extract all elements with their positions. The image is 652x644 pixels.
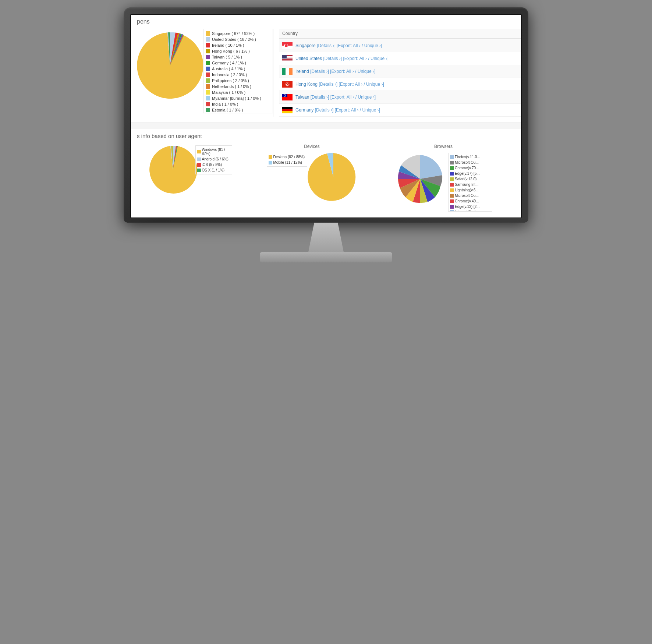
os-panel: Windows (81 / 87%)Android (6 / 6%)iOS (5… <box>131 144 252 212</box>
legend-item: Australia ( 4 / 1% ) <box>204 66 272 72</box>
legend-color-swatch <box>206 61 210 65</box>
legend-label: Malaysia ( 1 / 0% ) <box>212 90 245 95</box>
devices-pie-chart <box>309 151 357 203</box>
monitor-stand-base <box>260 252 392 262</box>
country-area: Singapore ( 674 / 92% )United States ( 1… <box>131 29 521 123</box>
os-legend-swatch <box>197 150 201 153</box>
country-flag <box>282 68 293 75</box>
svg-rect-24 <box>282 111 293 113</box>
legend-item: Estonia ( 1 / 0% ) <box>204 107 272 113</box>
browsers-legend-item: Firefox(v.11.0... <box>450 154 491 160</box>
country-table-header: Country <box>279 29 521 39</box>
legend-color-swatch <box>206 55 210 59</box>
browsers-pie-area: Firefox(v.11.0...Microsoft Ou...Chrome(v… <box>394 151 492 212</box>
country-name-link[interactable]: Taiwan [Details ›] [Export: All › / Uniq… <box>295 95 376 100</box>
legend-label: Philippines ( 2 / 0% ) <box>212 78 249 83</box>
devices-legend-item: Mobile (11 / 12%) <box>268 160 306 165</box>
browsers-legend-item: Samsung Int... <box>450 182 491 187</box>
country-table-row: Taiwan [Details ›] [Export: All › / Uniq… <box>279 91 521 104</box>
browsers-legend-swatch <box>450 177 454 181</box>
country-name-link[interactable]: Germany [Details ›] [Export: All › / Uni… <box>295 107 380 113</box>
country-name-link[interactable]: Ireland [Details ›] [Export: All › / Uni… <box>295 69 375 74</box>
legend-color-swatch <box>206 84 210 89</box>
legend-item: Singapore ( 674 / 92% ) <box>204 31 272 36</box>
legend-color-swatch <box>206 72 210 77</box>
legend-color-swatch <box>206 49 210 53</box>
legend-item: Malaysia ( 1 / 0% ) <box>204 89 272 95</box>
browsers-legend-item: Safari(v.12.0)... <box>450 176 491 182</box>
svg-rect-10 <box>282 61 293 62</box>
legend-color-swatch <box>206 108 210 112</box>
screen-content: pens <box>131 15 521 217</box>
os-legend[interactable]: Windows (81 / 87%)Android (6 / 6%)iOS (5… <box>195 145 232 174</box>
devices-legend-label: Desktop (82 / 88%) <box>273 155 305 159</box>
country-table-row: Singapore [Details ›] [Export: All › / U… <box>279 39 521 52</box>
legend-label: Estonia ( 1 / 0% ) <box>212 108 243 112</box>
charts-row: Windows (81 / 87%)Android (6 / 6%)iOS (5… <box>131 141 521 217</box>
browsers-legend-item: Internet Expl... <box>450 209 491 212</box>
country-flag <box>282 94 293 100</box>
legend-label: United States ( 18 / 2% ) <box>212 37 256 42</box>
devices-legend[interactable]: Desktop (82 / 88%)Mobile (11 / 12%) <box>267 153 307 167</box>
legend-item: Netherlands ( 1 / 0% ) <box>204 84 272 89</box>
browsers-legend-swatch <box>450 199 454 203</box>
country-name-link[interactable]: United States [Details ›] [Export: All ›… <box>295 56 389 61</box>
browsers-legend-swatch <box>450 183 454 187</box>
monitor-wrapper: pens <box>124 7 528 262</box>
legend-item: India ( 1 / 0% ) <box>204 101 272 107</box>
browsers-legend-swatch <box>450 210 454 212</box>
country-table: Country Singapore [Details ›] [Export: A… <box>273 29 521 117</box>
os-pie-chart <box>153 144 193 195</box>
browsers-legend-item: Chrome(v.70... <box>450 165 491 171</box>
country-legend-scroll[interactable]: Singapore ( 674 / 92% )United States ( 1… <box>203 29 273 113</box>
browsers-legend[interactable]: Firefox(v.11.0...Microsoft Ou...Chrome(v… <box>448 153 492 212</box>
section-partial-title: pens <box>131 15 521 29</box>
country-flag <box>282 107 293 113</box>
browsers-legend-item: Microsoft Ou... <box>450 160 491 165</box>
svg-rect-8 <box>282 59 293 59</box>
devices-legend-item: Desktop (82 / 88%) <box>268 154 306 160</box>
country-flag <box>282 42 293 49</box>
os-legend-label: iOS (5 / 5%) <box>202 163 222 167</box>
browsers-legend-item: Microsoft Ou... <box>450 193 491 198</box>
browsers-legend-swatch <box>450 205 454 209</box>
svg-text:✿: ✿ <box>286 83 289 86</box>
legend-label: Australia ( 4 / 1% ) <box>212 67 245 71</box>
legend-label: Germany ( 4 / 1% ) <box>212 61 246 65</box>
legend-color-swatch <box>206 37 210 42</box>
os-legend-item: Android (6 / 6%) <box>197 156 231 162</box>
monitor-frame: pens <box>124 7 528 223</box>
os-legend-swatch <box>197 163 201 167</box>
browsers-legend-swatch <box>450 194 454 198</box>
browsers-title: Browsers <box>434 144 453 149</box>
legend-color-swatch <box>206 67 210 71</box>
legend-color-swatch <box>206 31 210 36</box>
legend-color-swatch <box>206 43 210 47</box>
browsers-legend-item: Lightning(v.6... <box>450 187 491 193</box>
legend-label: Indonesia ( 2 / 0% ) <box>212 72 247 77</box>
browsers-legend-item: Edge(v.17) [5... <box>450 171 491 176</box>
country-name-link[interactable]: Hong Kong [Details ›] [Export: All › / U… <box>295 82 384 87</box>
svg-rect-11 <box>282 55 287 59</box>
legend-color-swatch <box>206 102 210 106</box>
country-name-link[interactable]: Singapore [Details ›] [Export: All › / U… <box>295 43 382 48</box>
browsers-legend-swatch <box>450 155 454 159</box>
legend-label: Ireland ( 10 / 1% ) <box>212 43 244 47</box>
browsers-legend-label: Chrome(v.49... <box>455 199 479 203</box>
os-pie-area: Windows (81 / 87%)Android (6 / 6%)iOS (5… <box>153 144 232 195</box>
legend-label: Taiwan ( 5 / 1% ) <box>212 55 242 59</box>
os-legend-swatch <box>197 158 201 161</box>
legend-item: Taiwan ( 5 / 1% ) <box>204 54 272 60</box>
os-legend-label: Android (6 / 6%) <box>202 157 228 161</box>
svg-point-21 <box>284 95 286 96</box>
browsers-pie-chart <box>394 151 446 206</box>
browsers-legend-label: Internet Expl... <box>455 210 478 212</box>
legend-label: India ( 1 / 0% ) <box>212 102 238 106</box>
section-divider <box>131 126 521 126</box>
svg-rect-23 <box>282 109 293 111</box>
legend-item: Indonesia ( 2 / 0% ) <box>204 72 272 78</box>
bottom-title-area: s info based on user agent <box>131 129 521 141</box>
devices-title: Devices <box>304 144 320 149</box>
os-legend-label: Windows (81 / 87%) <box>202 148 230 156</box>
svg-rect-12 <box>282 68 286 75</box>
